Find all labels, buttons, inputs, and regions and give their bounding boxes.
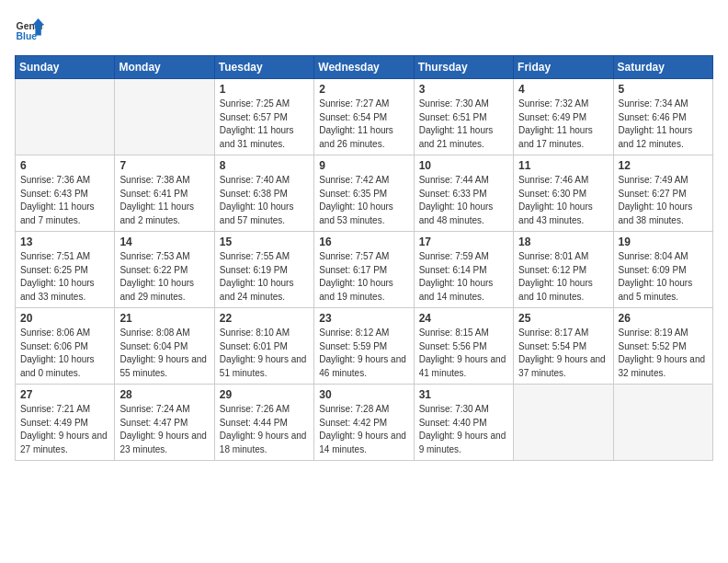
calendar-cell — [613, 385, 712, 461]
day-info: Sunrise: 8:10 AM Sunset: 6:01 PM Dayligh… — [220, 327, 309, 380]
calendar-cell: 22Sunrise: 8:10 AM Sunset: 6:01 PM Dayli… — [214, 308, 313, 385]
calendar-cell: 10Sunrise: 7:44 AM Sunset: 6:33 PM Dayli… — [414, 155, 513, 232]
day-number: 5 — [619, 83, 708, 96]
calendar-cell: 8Sunrise: 7:40 AM Sunset: 6:38 PM Daylig… — [214, 155, 313, 232]
calendar-cell — [115, 79, 214, 155]
day-number: 30 — [319, 388, 408, 401]
calendar-week-row: 6Sunrise: 7:36 AM Sunset: 6:43 PM Daylig… — [16, 155, 713, 232]
calendar-cell: 7Sunrise: 7:38 AM Sunset: 6:41 PM Daylig… — [115, 155, 214, 232]
day-number: 10 — [419, 159, 508, 172]
day-number: 20 — [20, 312, 109, 325]
calendar-cell: 6Sunrise: 7:36 AM Sunset: 6:43 PM Daylig… — [16, 155, 115, 232]
day-info: Sunrise: 7:24 AM Sunset: 4:47 PM Dayligh… — [119, 403, 209, 456]
logo-icon: General Blue — [15, 15, 44, 44]
day-number: 14 — [119, 236, 209, 248]
calendar-cell: 26Sunrise: 8:19 AM Sunset: 5:52 PM Dayli… — [613, 308, 712, 385]
day-info: Sunrise: 7:59 AM Sunset: 6:14 PM Dayligh… — [419, 250, 508, 304]
calendar-cell: 31Sunrise: 7:30 AM Sunset: 4:40 PM Dayli… — [414, 385, 513, 461]
calendar-cell: 5Sunrise: 7:34 AM Sunset: 6:46 PM Daylig… — [613, 79, 712, 155]
calendar-cell: 12Sunrise: 7:49 AM Sunset: 6:27 PM Dayli… — [613, 155, 712, 232]
svg-text:Blue: Blue — [17, 31, 38, 41]
day-number: 15 — [220, 236, 309, 248]
day-number: 3 — [419, 83, 508, 96]
calendar-cell: 29Sunrise: 7:26 AM Sunset: 4:44 PM Dayli… — [214, 385, 313, 461]
day-info: Sunrise: 7:55 AM Sunset: 6:19 PM Dayligh… — [220, 250, 309, 304]
day-number: 8 — [220, 159, 309, 172]
day-info: Sunrise: 7:25 AM Sunset: 6:57 PM Dayligh… — [220, 98, 309, 151]
calendar-cell: 18Sunrise: 8:01 AM Sunset: 6:12 PM Dayli… — [514, 232, 613, 308]
calendar-week-row: 13Sunrise: 7:51 AM Sunset: 6:25 PM Dayli… — [16, 232, 713, 308]
day-number: 4 — [518, 83, 608, 96]
calendar-table: SundayMondayTuesdayWednesdayThursdayFrid… — [15, 55, 713, 461]
day-number: 31 — [419, 388, 508, 401]
day-number: 2 — [319, 83, 408, 96]
day-number: 22 — [220, 312, 309, 325]
col-header-tuesday: Tuesday — [214, 56, 313, 79]
col-header-thursday: Thursday — [414, 56, 513, 79]
day-info: Sunrise: 7:30 AM Sunset: 6:51 PM Dayligh… — [419, 98, 508, 151]
calendar-cell: 25Sunrise: 8:17 AM Sunset: 5:54 PM Dayli… — [514, 308, 613, 385]
day-info: Sunrise: 7:30 AM Sunset: 4:40 PM Dayligh… — [419, 403, 508, 456]
calendar-week-row: 1Sunrise: 7:25 AM Sunset: 6:57 PM Daylig… — [16, 79, 713, 155]
calendar-cell: 30Sunrise: 7:28 AM Sunset: 4:42 PM Dayli… — [314, 385, 414, 461]
day-info: Sunrise: 8:08 AM Sunset: 6:04 PM Dayligh… — [119, 327, 209, 380]
calendar-cell: 3Sunrise: 7:30 AM Sunset: 6:51 PM Daylig… — [414, 79, 513, 155]
day-number: 7 — [119, 159, 209, 172]
day-info: Sunrise: 8:15 AM Sunset: 5:56 PM Dayligh… — [419, 327, 508, 380]
day-number: 16 — [319, 236, 408, 248]
day-number: 23 — [319, 312, 408, 325]
calendar-cell: 2Sunrise: 7:27 AM Sunset: 6:54 PM Daylig… — [314, 79, 414, 155]
calendar-cell: 11Sunrise: 7:46 AM Sunset: 6:30 PM Dayli… — [514, 155, 613, 232]
day-info: Sunrise: 7:27 AM Sunset: 6:54 PM Dayligh… — [319, 98, 408, 151]
calendar-cell: 4Sunrise: 7:32 AM Sunset: 6:49 PM Daylig… — [514, 79, 613, 155]
calendar-cell: 15Sunrise: 7:55 AM Sunset: 6:19 PM Dayli… — [214, 232, 313, 308]
day-info: Sunrise: 8:19 AM Sunset: 5:52 PM Dayligh… — [619, 327, 708, 380]
day-number: 18 — [518, 236, 608, 248]
calendar-cell: 1Sunrise: 7:25 AM Sunset: 6:57 PM Daylig… — [214, 79, 313, 155]
calendar-header-row: SundayMondayTuesdayWednesdayThursdayFrid… — [16, 56, 713, 79]
calendar-cell: 28Sunrise: 7:24 AM Sunset: 4:47 PM Dayli… — [115, 385, 214, 461]
page-header: General Blue — [15, 15, 713, 44]
day-number: 19 — [619, 236, 708, 248]
day-info: Sunrise: 8:17 AM Sunset: 5:54 PM Dayligh… — [518, 327, 608, 380]
day-info: Sunrise: 7:28 AM Sunset: 4:42 PM Dayligh… — [319, 403, 408, 456]
col-header-monday: Monday — [115, 56, 214, 79]
day-number: 9 — [319, 159, 408, 172]
day-number: 13 — [20, 236, 109, 248]
calendar-week-row: 27Sunrise: 7:21 AM Sunset: 4:49 PM Dayli… — [16, 385, 713, 461]
col-header-friday: Friday — [514, 56, 613, 79]
day-info: Sunrise: 7:21 AM Sunset: 4:49 PM Dayligh… — [20, 403, 109, 456]
calendar-cell: 16Sunrise: 7:57 AM Sunset: 6:17 PM Dayli… — [314, 232, 414, 308]
day-info: Sunrise: 7:53 AM Sunset: 6:22 PM Dayligh… — [119, 250, 209, 304]
day-info: Sunrise: 8:04 AM Sunset: 6:09 PM Dayligh… — [619, 250, 708, 304]
calendar-cell: 23Sunrise: 8:12 AM Sunset: 5:59 PM Dayli… — [314, 308, 414, 385]
calendar-cell: 9Sunrise: 7:42 AM Sunset: 6:35 PM Daylig… — [314, 155, 414, 232]
day-info: Sunrise: 7:49 AM Sunset: 6:27 PM Dayligh… — [619, 174, 708, 227]
day-info: Sunrise: 7:57 AM Sunset: 6:17 PM Dayligh… — [319, 250, 408, 304]
day-info: Sunrise: 7:34 AM Sunset: 6:46 PM Dayligh… — [619, 98, 708, 151]
day-number: 12 — [619, 159, 708, 172]
col-header-saturday: Saturday — [613, 56, 712, 79]
day-number: 6 — [20, 159, 109, 172]
day-number: 24 — [419, 312, 508, 325]
day-number: 17 — [419, 236, 508, 248]
day-number: 28 — [119, 388, 209, 401]
day-number: 11 — [518, 159, 608, 172]
day-info: Sunrise: 8:01 AM Sunset: 6:12 PM Dayligh… — [518, 250, 608, 304]
calendar-week-row: 20Sunrise: 8:06 AM Sunset: 6:06 PM Dayli… — [16, 308, 713, 385]
day-info: Sunrise: 7:46 AM Sunset: 6:30 PM Dayligh… — [518, 174, 608, 227]
day-info: Sunrise: 7:32 AM Sunset: 6:49 PM Dayligh… — [518, 98, 608, 151]
day-number: 29 — [220, 388, 309, 401]
day-info: Sunrise: 7:36 AM Sunset: 6:43 PM Dayligh… — [20, 174, 109, 227]
calendar-cell — [16, 79, 115, 155]
col-header-wednesday: Wednesday — [314, 56, 414, 79]
day-info: Sunrise: 7:42 AM Sunset: 6:35 PM Dayligh… — [319, 174, 408, 227]
calendar-cell: 13Sunrise: 7:51 AM Sunset: 6:25 PM Dayli… — [16, 232, 115, 308]
calendar-cell: 14Sunrise: 7:53 AM Sunset: 6:22 PM Dayli… — [115, 232, 214, 308]
calendar-cell: 17Sunrise: 7:59 AM Sunset: 6:14 PM Dayli… — [414, 232, 513, 308]
day-info: Sunrise: 7:44 AM Sunset: 6:33 PM Dayligh… — [419, 174, 508, 227]
day-number: 26 — [619, 312, 708, 325]
logo: General Blue — [15, 15, 44, 44]
calendar-cell — [514, 385, 613, 461]
day-number: 27 — [20, 388, 109, 401]
